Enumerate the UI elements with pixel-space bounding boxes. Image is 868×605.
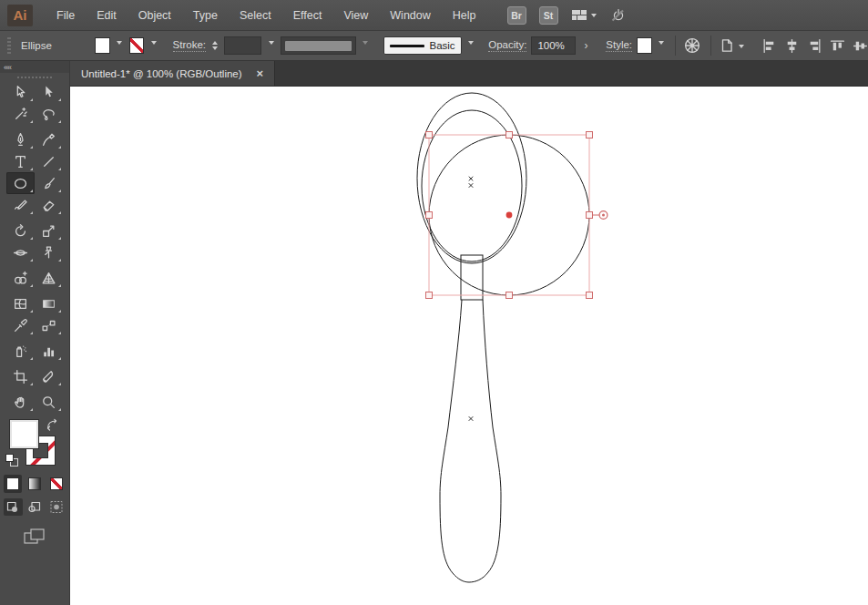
default-fill-stroke-button[interactable] [5,454,18,467]
document-tab[interactable]: Untitled-1* @ 100% (RGB/Outline) × [70,61,275,86]
default-fill-mini [5,454,14,462]
draw-normal-button[interactable] [4,498,23,516]
scale-tool[interactable] [35,220,63,241]
lasso-tool[interactable] [35,103,63,125]
pen-tool[interactable] [6,128,35,150]
gradient-tool[interactable] [35,292,63,314]
recolor-artwork-button[interactable] [683,36,701,56]
rotate-tool[interactable] [6,220,35,241]
none-mode-button[interactable] [47,475,66,493]
draw-behind-button[interactable] [26,498,45,516]
swap-fill-stroke-button[interactable] [46,418,59,435]
sync-status[interactable] [609,7,628,24]
paint-mode-row [0,475,69,493]
selection-tool[interactable] [6,81,35,103]
bbox-handle-s[interactable] [506,292,513,299]
color-mode-button[interactable] [4,475,22,493]
style-swatch[interactable] [637,37,652,54]
fill-dropdown-button[interactable] [115,37,125,54]
panel-drag-grip[interactable] [0,73,69,81]
puppet-warp-tool[interactable] [35,241,63,263]
opacity-input[interactable]: 100% [531,36,576,55]
panel-collapse-button[interactable]: «« [0,61,69,73]
blend-tool[interactable] [35,314,63,336]
symbol-sprayer-tool[interactable] [6,340,35,362]
panel-grip[interactable] [7,37,11,54]
mesh-tool[interactable] [6,292,35,314]
opacity-panel-link[interactable]: Opacity: [488,39,526,52]
line-segment-tool[interactable] [35,150,63,172]
curvature-tool[interactable] [35,128,63,150]
align-vcenter-button[interactable] [852,36,868,56]
menu-effect[interactable]: Effect [282,0,333,31]
eraser-tool[interactable] [35,194,63,216]
stroke-panel-link[interactable]: Stroke: [173,39,206,52]
screen-mode-button[interactable] [22,527,47,550]
stroke-weight-stepper[interactable] [210,38,220,53]
document-setup-button[interactable] [719,37,744,54]
menu-select[interactable]: Select [229,0,282,31]
menu-type[interactable]: Type [182,0,229,31]
bbox-handle-n[interactable] [506,132,513,138]
width-tool[interactable] [6,241,35,263]
spoon-handle-path[interactable] [440,300,501,582]
selected-center-point[interactable] [506,212,513,219]
gradient-mode-button[interactable] [26,475,44,493]
artboard-canvas[interactable] [70,87,868,605]
draw-inside-button[interactable] [47,498,66,516]
artwork-svg[interactable] [70,87,868,605]
bbox-handle-e[interactable] [587,212,593,219]
hand-tool[interactable] [6,391,35,413]
align-center-button[interactable] [783,36,802,56]
brush-definition-dropdown[interactable]: Basic [383,36,462,55]
slice-tool[interactable] [35,365,63,387]
bar-chart-icon [41,344,56,359]
artboard-tool[interactable] [6,365,35,387]
menu-window[interactable]: Window [379,0,441,31]
brush-chevron[interactable] [466,37,476,54]
stock-button[interactable]: St [539,6,558,25]
ellipse-icon [13,176,28,191]
stroke-color-swatch[interactable] [129,37,145,54]
align-left-button[interactable] [761,36,779,56]
menu-help[interactable]: Help [442,0,487,31]
stroke-dropdown-button[interactable] [148,37,158,54]
bbox-handle-sw[interactable] [426,292,433,299]
align-top-button[interactable] [829,36,847,56]
stroke-weight-dropdown[interactable] [224,36,261,55]
menu-view[interactable]: View [332,0,379,31]
step-up-icon [212,38,218,45]
eyedropper-tool[interactable] [6,314,35,336]
fill-color-swatch[interactable] [95,37,110,54]
fill-indicator[interactable] [9,419,39,449]
type-tool[interactable] [6,150,35,172]
stroke-weight-chevron[interactable] [266,37,276,54]
zoom-tool[interactable] [35,391,63,413]
align-right-button[interactable] [806,36,824,56]
menu-edit[interactable]: Edit [86,0,128,31]
shaper-tool[interactable] [6,194,35,216]
column-graph-tool[interactable] [35,340,63,362]
menu-file[interactable]: File [46,0,86,31]
workspace-switcher[interactable] [571,9,597,22]
menu-object[interactable]: Object [128,0,182,31]
style-panel-link[interactable]: Style: [606,39,632,52]
style-chevron[interactable] [657,37,667,54]
paintbrush-icon [41,176,56,191]
width-profile-dropdown[interactable] [281,36,356,55]
bbox-handle-ne[interactable] [587,132,593,138]
bbox-handle-se[interactable] [587,292,593,299]
magic-wand-tool[interactable] [6,103,35,125]
shape-builder-tool[interactable] [6,267,35,289]
paintbrush-tool[interactable] [35,172,63,194]
bridge-button[interactable]: Br [507,6,526,25]
direct-selection-tool[interactable] [35,81,63,103]
width-profile-chevron[interactable] [361,37,371,54]
pie-widget-dot [602,214,605,217]
bbox-handle-nw[interactable] [426,132,433,138]
close-tab-button[interactable]: × [257,67,264,79]
ellipse-tool[interactable] [6,172,35,194]
bbox-handle-w[interactable] [426,212,433,219]
perspective-grid-tool[interactable] [35,267,63,289]
opacity-more-button[interactable]: › [580,36,592,55]
